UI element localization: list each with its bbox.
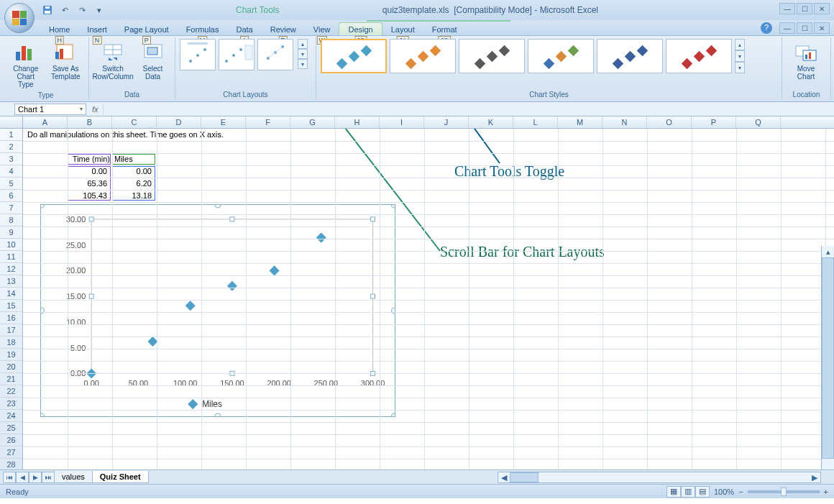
zoom-slider[interactable] xyxy=(748,490,820,493)
dropdown-icon[interactable]: ▾ xyxy=(80,106,83,112)
row-header-22[interactable]: 22 xyxy=(0,385,22,398)
chart-layouts-scrollbar[interactable]: ▴ ▾ ▾ xyxy=(298,39,308,69)
col-header-L[interactable]: L xyxy=(513,116,558,128)
page-layout-view-icon[interactable]: ▥ xyxy=(681,486,695,498)
zoom-out-icon[interactable]: − xyxy=(738,487,743,496)
scroll-left-arrow-icon[interactable]: ◀ xyxy=(498,472,510,482)
row-header-5[interactable]: 5 xyxy=(0,178,22,190)
workbook-restore-button[interactable]: ☐ xyxy=(797,22,812,34)
sheet-tab-quiz[interactable]: Quiz Sheet xyxy=(92,471,149,483)
row-header-20[interactable]: 20 xyxy=(0,361,22,373)
zoom-thumb[interactable] xyxy=(781,487,787,496)
row-header-3[interactable]: 3 xyxy=(0,153,22,165)
col-header-G[interactable]: G xyxy=(290,116,335,128)
page-break-view-icon[interactable]: ▤ xyxy=(695,486,710,498)
save-as-template-button[interactable]: Save As Template xyxy=(47,39,85,82)
prev-sheet-icon[interactable]: ◀ xyxy=(16,472,29,483)
col-header-M[interactable]: M xyxy=(558,116,602,128)
row-header-1[interactable]: 1 xyxy=(0,129,22,141)
hscroll-thumb[interactable] xyxy=(510,472,539,482)
row-header-4[interactable]: 4 xyxy=(0,165,22,178)
tab-view[interactable]: ViewW xyxy=(305,23,339,35)
row-header-24[interactable]: 24 xyxy=(0,410,22,422)
help-icon[interactable]: ? xyxy=(761,22,772,34)
col-header-Q[interactable]: Q xyxy=(736,116,781,128)
horizontal-scrollbar[interactable]: ◀ ▶ xyxy=(498,472,821,483)
tab-data[interactable]: DataA xyxy=(227,23,261,35)
name-box[interactable]: Chart 1▾ xyxy=(14,104,86,115)
tab-review[interactable]: ReviewR xyxy=(262,23,305,35)
undo-icon[interactable]: ↶ xyxy=(58,3,72,17)
chart-style-3[interactable] xyxy=(459,39,525,73)
row-header-2[interactable]: 2 xyxy=(0,141,22,153)
scroll-down-icon[interactable]: ▾ xyxy=(298,49,308,59)
zoom-in-icon[interactable]: + xyxy=(824,487,828,496)
chart-style-5[interactable] xyxy=(597,39,663,73)
normal-view-icon[interactable]: ▦ xyxy=(666,486,681,498)
scroll-right-arrow-icon[interactable]: ▶ xyxy=(809,472,820,482)
row-header-12[interactable]: 12 xyxy=(0,263,22,275)
scroll-up-arrow-icon[interactable]: ▴ xyxy=(822,246,834,257)
change-chart-type-button[interactable]: Change Chart Type xyxy=(7,39,45,90)
scroll-more-icon[interactable]: ▾ xyxy=(298,59,308,69)
formula-input[interactable] xyxy=(103,104,834,115)
workbook-close-button[interactable]: ✕ xyxy=(814,22,830,34)
sheet-tab-values[interactable]: values xyxy=(54,471,93,483)
tab-design[interactable]: DesignJC xyxy=(339,22,382,35)
chart-layout-3[interactable] xyxy=(257,39,293,70)
last-sheet-icon[interactable]: ⏭ xyxy=(42,472,55,483)
minimize-button[interactable]: — xyxy=(779,3,795,14)
row-header-6[interactable]: 6 xyxy=(0,190,22,202)
tab-format[interactable]: FormatJO xyxy=(423,23,466,35)
scroll-up-icon[interactable]: ▴ xyxy=(298,39,308,49)
col-header-N[interactable]: N xyxy=(602,116,647,128)
row-header-21[interactable]: 21 xyxy=(0,373,22,385)
col-header-H[interactable]: H xyxy=(335,116,380,128)
sheet-tab-nav[interactable]: ⏮ ◀ ▶ ⏭ xyxy=(3,472,55,483)
row-header-13[interactable]: 13 xyxy=(0,275,22,288)
close-button[interactable]: ✕ xyxy=(814,3,830,14)
select-data-button[interactable]: Select Data xyxy=(135,39,170,82)
cells-area[interactable]: Do all manipulations on this sheet. Time… xyxy=(23,129,834,469)
col-header-A[interactable]: A xyxy=(23,116,68,128)
maximize-button[interactable]: ☐ xyxy=(797,3,812,14)
col-header-D[interactable]: D xyxy=(157,116,201,128)
row-header-15[interactable]: 15 xyxy=(0,300,22,312)
redo-icon[interactable]: ↷ xyxy=(75,3,89,17)
row-header-11[interactable]: 11 xyxy=(0,251,22,263)
chart-style-4[interactable] xyxy=(528,39,594,73)
row-header-7[interactable]: 7 xyxy=(0,202,22,214)
row-header-14[interactable]: 14 xyxy=(0,288,22,300)
chart-style-6[interactable] xyxy=(666,39,732,73)
col-header-P[interactable]: P xyxy=(692,116,736,128)
vertical-scrollbar[interactable]: ▴ ▾ xyxy=(821,246,834,469)
col-header-J[interactable]: J xyxy=(424,116,469,128)
row-header-10[interactable]: 10 xyxy=(0,239,22,251)
workbook-minimize-button[interactable]: — xyxy=(779,22,795,34)
col-header-E[interactable]: E xyxy=(201,116,246,128)
row-header-16[interactable]: 16 xyxy=(0,312,22,324)
chart-layout-1[interactable] xyxy=(180,39,216,70)
chart-styles-scrollbar[interactable]: ▴▾▾ xyxy=(735,39,745,73)
col-header-K[interactable]: K xyxy=(469,116,513,128)
col-header-I[interactable]: I xyxy=(380,116,424,128)
row-header-27[interactable]: 27 xyxy=(0,446,22,459)
fx-icon[interactable]: fx xyxy=(92,105,98,114)
qat-more-icon[interactable]: ▾ xyxy=(92,3,106,17)
view-buttons[interactable]: ▦ ▥ ▤ xyxy=(666,486,710,498)
col-header-C[interactable]: C xyxy=(112,116,157,128)
row-header-9[interactable]: 9 xyxy=(0,226,22,239)
col-header-F[interactable]: F xyxy=(246,116,290,128)
move-chart-button[interactable]: Move Chart xyxy=(787,39,825,82)
switch-row-column-button[interactable]: Switch Row/Column xyxy=(93,39,132,82)
select-all-corner[interactable] xyxy=(0,116,23,128)
vscroll-thumb[interactable] xyxy=(822,257,834,459)
row-header-23[interactable]: 23 xyxy=(0,398,22,410)
tab-page-layout[interactable]: Page LayoutP xyxy=(116,23,178,35)
row-header-25[interactable]: 25 xyxy=(0,422,22,434)
row-header-28[interactable]: 28 xyxy=(0,459,22,469)
tab-home[interactable]: HomeH xyxy=(40,23,78,35)
tab-layout[interactable]: LayoutJA xyxy=(382,23,423,35)
row-header-26[interactable]: 26 xyxy=(0,434,22,446)
col-header-B[interactable]: B xyxy=(68,116,112,128)
